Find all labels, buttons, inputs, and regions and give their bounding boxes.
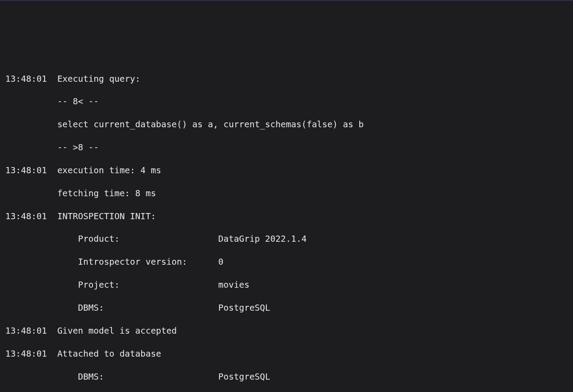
timestamp: 13:48:01 (5, 165, 47, 176)
log-message: DBMS:PostgreSQL (57, 371, 568, 383)
log-message: fetching time: 8 ms (57, 188, 568, 199)
kv-key: Introspector version: (78, 256, 218, 268)
kv-key: Project: (78, 279, 218, 291)
log-message: -- 8< -- (57, 96, 568, 107)
log-message: Executing query: (57, 73, 568, 85)
log-message: Product:DataGrip 2022.1.4 (57, 233, 568, 245)
log-message: INTROSPECTION INIT: (57, 211, 568, 222)
timestamp: 13:48:01 (5, 211, 47, 222)
log-line: Project:movies (5, 279, 568, 291)
log-output[interactable]: 13:48:01Executing query: -- 8< -- select… (5, 50, 568, 392)
log-line: 13:48:01Attached to database (5, 348, 568, 360)
log-message: Attached to database (57, 348, 568, 360)
log-line: -- 8< -- (5, 96, 568, 107)
log-line: -- >8 -- (5, 142, 568, 153)
log-line: Introspector version:0 (5, 256, 568, 268)
log-line: 13:48:01execution time: 4 ms (5, 165, 568, 176)
log-message: Introspector version:0 (57, 256, 568, 268)
kv-value: PostgreSQL (218, 303, 270, 313)
log-line: DBMS:PostgreSQL (5, 302, 568, 314)
log-message: Given model is accepted (57, 325, 568, 337)
log-message: execution time: 4 ms (57, 165, 568, 176)
kv-value: movies (218, 280, 249, 290)
timestamp: 13:48:01 (5, 73, 47, 85)
log-line: fetching time: 8 ms (5, 188, 568, 199)
kv-key: DBMS: (78, 371, 218, 383)
kv-key: DBMS: (78, 302, 218, 314)
kv-value: PostgreSQL (218, 372, 270, 382)
kv-value: 0 (218, 257, 223, 267)
log-line: 13:48:01Executing query: (5, 73, 568, 85)
log-line: DBMS:PostgreSQL (5, 371, 568, 383)
timestamp: 13:48:01 (5, 348, 47, 360)
log-message: DBMS:PostgreSQL (57, 302, 568, 314)
log-message: -- >8 -- (57, 142, 568, 153)
log-line: Product:DataGrip 2022.1.4 (5, 233, 568, 245)
timestamp: 13:48:01 (5, 325, 47, 337)
log-line: 13:48:01Given model is accepted (5, 325, 568, 337)
log-line: 13:48:01INTROSPECTION INIT: (5, 211, 568, 222)
kv-key: Product: (78, 233, 218, 245)
kv-value: DataGrip 2022.1.4 (218, 234, 307, 244)
log-line: select current_database() as a, current_… (5, 119, 568, 130)
log-message: Project:movies (57, 279, 568, 291)
sql-text: select current_database() as a, current_… (57, 119, 568, 130)
